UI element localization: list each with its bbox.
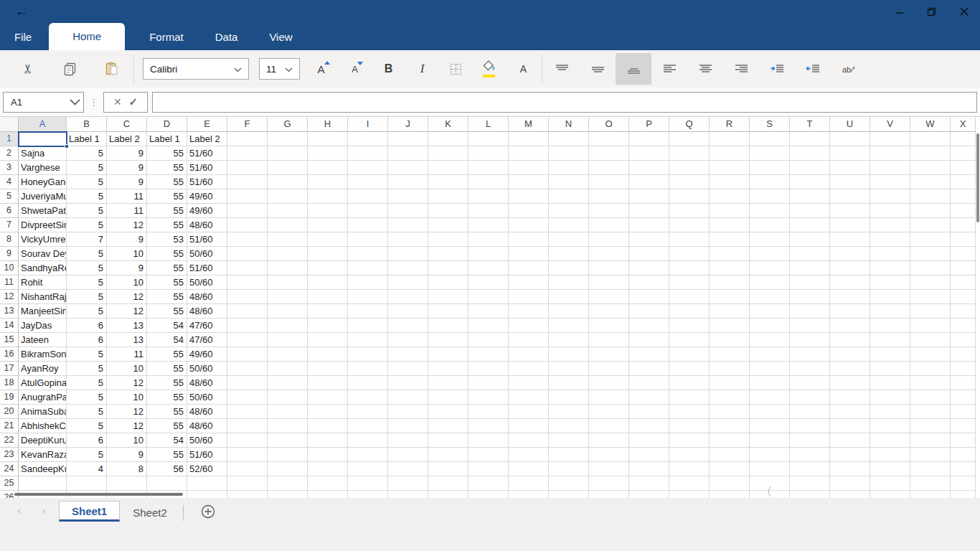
cell-J25[interactable]	[388, 476, 428, 491]
cell-E6[interactable]: 49/60	[187, 204, 227, 218]
cell-G1[interactable]	[268, 132, 308, 146]
cell-M12[interactable]	[509, 290, 549, 304]
cell-E25[interactable]	[187, 476, 227, 491]
cell-P21[interactable]	[629, 419, 669, 433]
cell-C11[interactable]: 10	[107, 276, 147, 290]
menu-format[interactable]: Format	[133, 24, 199, 50]
cell-P1[interactable]	[629, 132, 669, 146]
cell-O16[interactable]	[589, 347, 629, 362]
cell-M13[interactable]	[509, 304, 549, 319]
cell-V17[interactable]	[870, 362, 910, 376]
column-header-A[interactable]: A	[19, 117, 67, 132]
cell-T23[interactable]	[790, 448, 830, 462]
cell-M26[interactable]	[509, 491, 549, 498]
column-header-B[interactable]: B	[67, 117, 107, 132]
cell-Q3[interactable]	[669, 161, 710, 175]
cell-V11[interactable]	[870, 276, 910, 290]
cell-M1[interactable]	[509, 132, 549, 146]
cell-A4[interactable]: HoneyGang	[19, 175, 67, 189]
cell-E10[interactable]: 51/60	[187, 261, 227, 276]
cell-J26[interactable]	[388, 491, 428, 498]
cell-K9[interactable]	[428, 247, 468, 261]
cell-H21[interactable]	[308, 419, 348, 433]
cell-X11[interactable]	[951, 276, 976, 290]
cell-N25[interactable]	[549, 476, 589, 491]
cell-R13[interactable]	[710, 304, 750, 319]
cell-K24[interactable]	[428, 462, 468, 476]
cell-R1[interactable]	[710, 132, 750, 146]
cell-Q8[interactable]	[669, 232, 710, 247]
cell-S7[interactable]	[750, 218, 790, 232]
cell-T20[interactable]	[790, 405, 830, 419]
cell-V21[interactable]	[870, 419, 910, 433]
cell-S13[interactable]	[750, 304, 790, 319]
cell-A14[interactable]: JayDas	[19, 319, 67, 333]
cell-N19[interactable]	[549, 390, 589, 405]
cell-S16[interactable]	[750, 347, 790, 362]
cell-J4[interactable]	[388, 175, 428, 189]
cell-L1[interactable]	[468, 132, 509, 146]
cell-P22[interactable]	[629, 433, 669, 448]
column-header-Q[interactable]: Q	[669, 117, 710, 132]
cell-U4[interactable]	[830, 175, 870, 189]
cell-L21[interactable]	[468, 419, 509, 433]
cell-F22[interactable]	[227, 433, 268, 448]
cell-F13[interactable]	[227, 304, 268, 319]
cell-B21[interactable]: 5	[67, 419, 107, 433]
cell-X19[interactable]	[951, 390, 976, 405]
cell-V10[interactable]	[870, 261, 910, 276]
cell-U22[interactable]	[830, 433, 870, 448]
cell-J13[interactable]	[388, 304, 428, 319]
cell-Q6[interactable]	[669, 204, 710, 218]
cell-F25[interactable]	[227, 476, 268, 491]
cell-Q7[interactable]	[669, 218, 710, 232]
minimize-button[interactable]	[883, 0, 915, 23]
cell-N9[interactable]	[549, 247, 589, 261]
cell-M18[interactable]	[509, 376, 549, 390]
cell-D11[interactable]: 55	[147, 276, 187, 290]
cell-I7[interactable]	[348, 218, 388, 232]
cell-P6[interactable]	[629, 204, 669, 218]
cell-C16[interactable]: 11	[107, 347, 147, 362]
cell-S23[interactable]	[750, 448, 790, 462]
cell-D25[interactable]	[147, 476, 187, 491]
cell-F7[interactable]	[227, 218, 268, 232]
cell-M4[interactable]	[509, 175, 549, 189]
cell-D14[interactable]: 54	[147, 319, 187, 333]
cell-J15[interactable]	[388, 333, 428, 347]
cell-E22[interactable]: 50/60	[187, 433, 227, 448]
cell-Q10[interactable]	[669, 261, 710, 276]
cell-W6[interactable]	[910, 204, 951, 218]
cell-V2[interactable]	[870, 146, 910, 161]
menu-file[interactable]: File	[6, 24, 40, 50]
cell-M14[interactable]	[509, 319, 549, 333]
cell-B17[interactable]: 5	[67, 362, 107, 376]
cell-F12[interactable]	[227, 290, 268, 304]
cell-N22[interactable]	[549, 433, 589, 448]
cell-R11[interactable]	[710, 276, 750, 290]
cell-C18[interactable]: 12	[107, 376, 147, 390]
close-button[interactable]	[948, 0, 980, 23]
menu-home[interactable]: Home	[49, 23, 125, 50]
cell-H24[interactable]	[308, 462, 348, 476]
cell-Q19[interactable]	[669, 390, 710, 405]
cell-J12[interactable]	[388, 290, 428, 304]
cell-E17[interactable]: 50/60	[187, 362, 227, 376]
cell-Q17[interactable]	[669, 362, 710, 376]
cell-Q11[interactable]	[669, 276, 710, 290]
cell-A10[interactable]: SandhyaRer	[19, 261, 67, 276]
cell-R25[interactable]	[710, 476, 750, 491]
cell-U3[interactable]	[830, 161, 870, 175]
cell-T26[interactable]	[790, 491, 830, 498]
cell-A13[interactable]: ManjeetSin	[19, 304, 67, 319]
cell-B13[interactable]: 5	[67, 304, 107, 319]
cell-P10[interactable]	[629, 261, 669, 276]
cell-O25[interactable]	[589, 476, 629, 491]
cell-W10[interactable]	[910, 261, 951, 276]
cell-C10[interactable]: 9	[107, 261, 147, 276]
cell-P3[interactable]	[629, 161, 669, 175]
cell-A21[interactable]: AbhishekCh	[19, 419, 67, 433]
cell-S5[interactable]	[750, 189, 790, 204]
cell-F9[interactable]	[227, 247, 268, 261]
cell-L25[interactable]	[468, 476, 509, 491]
